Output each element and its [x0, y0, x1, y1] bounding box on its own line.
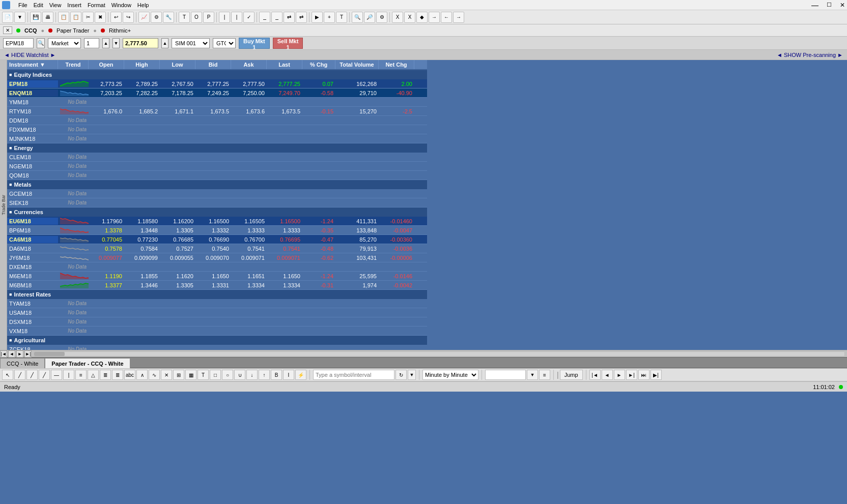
- price-input[interactable]: [123, 38, 158, 48]
- row-usam18[interactable]: USAM18 No Data: [7, 308, 427, 317]
- menu-view[interactable]: View: [49, 2, 62, 8]
- copy-btn[interactable]: 📋: [58, 12, 69, 23]
- draw-extra[interactable]: ⚡: [295, 370, 306, 380]
- draw-ray[interactable]: ╱: [26, 370, 38, 380]
- undo-btn[interactable]: ↩: [110, 12, 122, 23]
- row-ymm18[interactable]: YMM18 No Data: [7, 98, 427, 107]
- row-dxem18[interactable]: DXEM18 No Data: [7, 262, 427, 272]
- draw-cursor[interactable]: ↖: [2, 370, 13, 380]
- order-btn[interactable]: O: [191, 12, 202, 23]
- draw-italic[interactable]: I: [283, 370, 294, 380]
- text2-btn[interactable]: T: [336, 12, 347, 23]
- draw-bold[interactable]: B: [271, 370, 282, 380]
- bar1-btn[interactable]: |: [219, 12, 230, 23]
- arrow2-btn[interactable]: ←: [441, 12, 452, 23]
- x2-btn[interactable]: X: [404, 12, 415, 23]
- draw-arr[interactable]: ↓: [246, 370, 258, 380]
- section-equity-indices[interactable]: ■ Equity Indices: [7, 70, 427, 79]
- restore-btn[interactable]: ☐: [827, 2, 832, 8]
- paste-btn[interactable]: 📋: [70, 12, 81, 23]
- print-btn[interactable]: 🖶: [42, 12, 53, 23]
- nav-prev[interactable]: ◄: [8, 350, 15, 358]
- symbol-refresh-btn[interactable]: ↻: [396, 370, 407, 380]
- draw-grid[interactable]: ⊞: [173, 370, 184, 380]
- col-high[interactable]: High: [124, 60, 160, 69]
- redo-btn[interactable]: ↪: [123, 12, 134, 23]
- pos-btn[interactable]: P: [203, 12, 214, 23]
- draw-fib2[interactable]: ≣: [112, 370, 123, 380]
- col-pct[interactable]: % Chg: [302, 60, 335, 69]
- menu-format[interactable]: Format: [88, 2, 105, 8]
- arrow3-btn[interactable]: →: [453, 12, 464, 23]
- row-qom18[interactable]: QOM18 No Data: [7, 171, 427, 180]
- row-vxm18[interactable]: VXM18 No Data: [7, 327, 427, 336]
- cross-btn[interactable]: +: [324, 12, 335, 23]
- row-jy6m18[interactable]: JY6M18 0.009077 0.009099 0.009055 0.0090…: [7, 253, 427, 262]
- row-tyam18[interactable]: TYAM18 No Data: [7, 299, 427, 308]
- buy-button[interactable]: Buy Mkt1: [239, 38, 270, 49]
- jump-button[interactable]: Jump: [560, 370, 583, 380]
- draw-curve[interactable]: ∪: [234, 370, 245, 380]
- zoom-btn[interactable]: 🔍: [352, 12, 363, 23]
- menu-window[interactable]: Window: [111, 2, 131, 8]
- menu-edit[interactable]: Edit: [34, 2, 43, 8]
- row-epm18[interactable]: EPM18 2,773.25 2,789.25 2,767.50 2,777.2…: [7, 79, 427, 88]
- diamond-btn[interactable]: ◆: [416, 12, 428, 23]
- row-mjnkm18[interactable]: MJNKM18 No Data: [7, 134, 427, 143]
- hide-watchlist-btn[interactable]: ◄ HIDE Watchlist ►: [4, 52, 55, 58]
- new-btn[interactable]: 📄: [2, 12, 13, 23]
- section-interest-rates[interactable]: ■ Interest Rates: [7, 290, 427, 299]
- draw-ellipse[interactable]: ○: [222, 370, 233, 380]
- qty-input[interactable]: [84, 38, 99, 48]
- order-type-select[interactable]: Market: [48, 38, 81, 48]
- row-enqm18[interactable]: ENQM18 7,203.25 7,282.25 7,178.25 7,249.…: [7, 88, 427, 98]
- play-play[interactable]: ►: [614, 370, 625, 380]
- menu-file[interactable]: File: [18, 2, 27, 8]
- symbol-interval-input[interactable]: [313, 370, 394, 380]
- close-watchlist[interactable]: ✕: [3, 26, 12, 34]
- section-energy[interactable]: ■ Energy: [7, 143, 427, 153]
- play-end[interactable]: ▶|: [651, 370, 662, 380]
- show-prescan-btn[interactable]: ◄ SHOW Pre-scanning ►: [777, 52, 843, 58]
- section-agricultural[interactable]: ■ Agricultural: [7, 336, 427, 345]
- play-start[interactable]: |◄: [589, 370, 601, 380]
- section-metals[interactable]: ■ Metals: [7, 180, 427, 189]
- extra2-btn[interactable]: ⎯: [271, 12, 283, 23]
- nav-next[interactable]: ►: [16, 350, 23, 358]
- draw-vline[interactable]: |: [63, 370, 74, 380]
- draw-x[interactable]: ✕: [161, 370, 172, 380]
- draw-line[interactable]: ╱: [14, 370, 25, 380]
- delete-btn[interactable]: ✖: [95, 12, 106, 23]
- draw-hline[interactable]: —: [51, 370, 62, 380]
- extra4-btn[interactable]: ⇄: [296, 12, 307, 23]
- nav-end[interactable]: ►|: [24, 350, 32, 358]
- symbol-search-btn[interactable]: 🔍: [37, 38, 45, 48]
- cut-btn[interactable]: ✂: [82, 12, 94, 23]
- row-da6m18[interactable]: DA6M18 0.7578 0.7584 0.7527 0.7540 0.754…: [7, 244, 427, 253]
- minimize-btn[interactable]: —: [811, 1, 818, 9]
- symbol-dropdown-btn[interactable]: ▼: [408, 370, 416, 380]
- extra3-btn[interactable]: ⇄: [284, 12, 295, 23]
- col-instrument[interactable]: Instrument ▼: [7, 60, 58, 69]
- settings-btn[interactable]: ⚙: [151, 12, 162, 23]
- row-gcem18[interactable]: GCEM18 No Data: [7, 189, 427, 198]
- col-last[interactable]: Last: [267, 60, 302, 69]
- draw-wave[interactable]: ∿: [149, 370, 160, 380]
- trade-btn[interactable]: T: [179, 12, 190, 23]
- extra1-btn[interactable]: ⎯: [259, 12, 270, 23]
- zoom2-btn[interactable]: 🔎: [364, 12, 375, 23]
- scrollbar-track[interactable]: [34, 351, 845, 357]
- play-prev[interactable]: ◄: [602, 370, 613, 380]
- draw-poly[interactable]: △: [88, 370, 99, 380]
- draw-fib[interactable]: ≣: [100, 370, 111, 380]
- chart-extra-input[interactable]: [485, 370, 526, 380]
- close-btn[interactable]: ✕: [840, 2, 845, 9]
- row-siek18[interactable]: SIEK18 No Data: [7, 198, 427, 207]
- qty-up[interactable]: ▲: [102, 38, 109, 48]
- cursor-btn[interactable]: ▶: [312, 12, 323, 23]
- draw-abc[interactable]: abc: [124, 370, 135, 380]
- save-btn[interactable]: 💾: [30, 12, 41, 23]
- chart-list[interactable]: ≡: [539, 370, 550, 380]
- row-m6em18[interactable]: M6EM18 1.1190 1.1855 1.1620 1.1650 1.165…: [7, 272, 427, 281]
- col-volume[interactable]: Total Volume: [335, 60, 379, 69]
